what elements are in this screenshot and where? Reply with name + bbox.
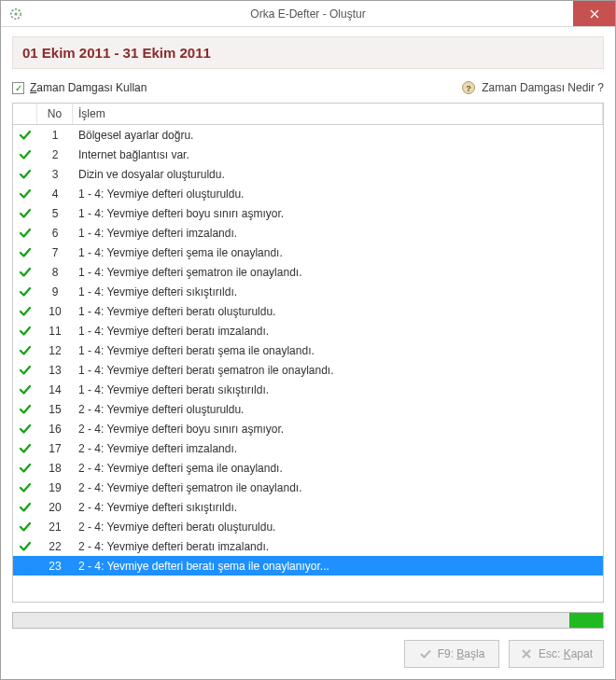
table-row[interactable]: 152 - 4: Yevmiye defteri oluşturuldu. bbox=[13, 399, 603, 419]
table-row[interactable]: 101 - 4: Yevmiye defteri beratı oluşturu… bbox=[13, 301, 603, 321]
table-row[interactable]: 172 - 4: Yevmiye defteri imzalandı. bbox=[13, 438, 603, 458]
row-status-icon bbox=[13, 305, 37, 318]
col-no[interactable]: No bbox=[37, 104, 73, 124]
checkmark-icon bbox=[19, 481, 32, 494]
window-title: Orka E-Defter - Oluştur bbox=[1, 7, 615, 21]
row-no: 23 bbox=[37, 560, 73, 573]
checkmark-icon bbox=[19, 266, 32, 279]
timestamp-help-link[interactable]: ? Zaman Damgası Nedir ? bbox=[461, 80, 604, 95]
row-op: 2 - 4: Yevmiye defteri şematron ile onay… bbox=[73, 481, 603, 494]
row-op: 1 - 4: Yevmiye defteri oluşturuldu. bbox=[73, 187, 603, 201]
table-row[interactable]: 91 - 4: Yevmiye defteri sıkıştırıldı. bbox=[13, 282, 603, 301]
close-button-footer[interactable]: Esc: Kapat bbox=[509, 640, 604, 668]
row-op: 1 - 4: Yevmiye defteri boyu sınırı aşmıy… bbox=[73, 207, 603, 220]
table-row[interactable]: 81 - 4: Yevmiye defteri şematron ile ona… bbox=[13, 262, 603, 282]
close-button[interactable] bbox=[573, 1, 615, 26]
x-icon bbox=[520, 647, 533, 660]
checkmark-icon bbox=[19, 227, 32, 240]
table-row[interactable]: 182 - 4: Yevmiye defteri şema ile onayla… bbox=[13, 458, 603, 478]
table-row[interactable]: 51 - 4: Yevmiye defteri boyu sınırı aşmı… bbox=[13, 203, 603, 223]
row-no: 17 bbox=[37, 442, 73, 455]
checkmark-icon bbox=[19, 442, 32, 455]
table-row[interactable]: 61 - 4: Yevmiye defteri imzalandı. bbox=[13, 223, 603, 243]
row-no: 16 bbox=[37, 423, 73, 436]
row-op: 1 - 4: Yevmiye defteri beratı sıkıştırıl… bbox=[73, 383, 603, 396]
row-no: 4 bbox=[37, 187, 73, 201]
row-op: Internet bağlantısı var. bbox=[73, 148, 603, 161]
row-status-icon bbox=[13, 560, 37, 573]
table-row[interactable]: 202 - 4: Yevmiye defteri sıkıştırıldı. bbox=[13, 497, 603, 517]
row-status-icon bbox=[13, 266, 37, 279]
row-status-icon bbox=[13, 344, 37, 357]
table-row[interactable]: 162 - 4: Yevmiye defteri boyu sınırı aşm… bbox=[13, 419, 603, 438]
table-row[interactable]: 2Internet bağlantısı var. bbox=[13, 145, 603, 164]
row-status-icon bbox=[13, 129, 37, 142]
row-no: 15 bbox=[37, 403, 73, 416]
row-op: 2 - 4: Yevmiye defteri imzalandı. bbox=[73, 442, 603, 455]
row-op: 1 - 4: Yevmiye defteri beratı şematron i… bbox=[73, 364, 603, 377]
row-op: 2 - 4: Yevmiye defteri oluşturuldu. bbox=[73, 403, 603, 416]
col-op[interactable]: İşlem bbox=[73, 104, 603, 124]
table-row[interactable]: 1Bölgesel ayarlar doğru. bbox=[13, 125, 603, 145]
table-row[interactable]: 111 - 4: Yevmiye defteri beratı imzaland… bbox=[13, 321, 603, 340]
content: 01 Ekim 2011 - 31 Ekim 2011 ✓ Zaman Damg… bbox=[1, 27, 615, 679]
row-op: 2 - 4: Yevmiye defteri beratı imzalandı. bbox=[73, 540, 603, 553]
start-button[interactable]: F9: Başla bbox=[404, 640, 499, 668]
table-row[interactable]: 3Dizin ve dosyalar oluşturuldu. bbox=[13, 164, 603, 184]
table-row[interactable]: 131 - 4: Yevmiye defteri beratı şematron… bbox=[13, 360, 603, 380]
row-op: 1 - 4: Yevmiye defteri şematron ile onay… bbox=[73, 266, 603, 279]
row-status-icon bbox=[13, 148, 37, 161]
table-row[interactable]: 41 - 4: Yevmiye defteri oluşturuldu. bbox=[13, 184, 603, 203]
table-row[interactable]: 121 - 4: Yevmiye defteri beratı şema ile… bbox=[13, 340, 603, 360]
row-op: 2 - 4: Yevmiye defteri beratı şema ile o… bbox=[73, 560, 603, 573]
timestamp-label[interactable]: Zaman Damgası Kullan bbox=[30, 81, 147, 94]
row-no: 19 bbox=[37, 481, 73, 494]
col-status[interactable] bbox=[13, 104, 37, 124]
checkmark-icon bbox=[19, 383, 32, 396]
close-icon bbox=[590, 9, 599, 19]
row-status-icon bbox=[13, 285, 37, 298]
row-no: 20 bbox=[37, 501, 73, 514]
table-row[interactable]: 141 - 4: Yevmiye defteri beratı sıkıştır… bbox=[13, 380, 603, 399]
row-op: 1 - 4: Yevmiye defteri beratı oluşturuld… bbox=[73, 305, 603, 318]
row-op: 2 - 4: Yevmiye defteri beratı oluşturuld… bbox=[73, 520, 603, 534]
row-status-icon bbox=[13, 246, 37, 259]
grid-body[interactable]: 1Bölgesel ayarlar doğru.2Internet bağlan… bbox=[13, 125, 603, 602]
row-status-icon bbox=[13, 207, 37, 220]
row-status-icon bbox=[13, 481, 37, 494]
row-op: 2 - 4: Yevmiye defteri sıkıştırıldı. bbox=[73, 501, 603, 514]
row-op: 2 - 4: Yevmiye defteri boyu sınırı aşmıy… bbox=[73, 423, 603, 436]
row-status-icon bbox=[13, 383, 37, 396]
row-no: 1 bbox=[37, 129, 73, 142]
row-no: 6 bbox=[37, 227, 73, 240]
options-row: ✓ Zaman Damgası Kullan ? Zaman Damgası N… bbox=[12, 80, 604, 95]
row-op: 1 - 4: Yevmiye defteri imzalandı. bbox=[73, 227, 603, 240]
svg-text:?: ? bbox=[467, 84, 472, 93]
row-status-icon bbox=[13, 423, 37, 436]
row-status-icon bbox=[13, 501, 37, 514]
checkmark-icon bbox=[19, 148, 32, 161]
row-status-icon bbox=[13, 520, 37, 534]
table-row[interactable]: 71 - 4: Yevmiye defteri şema ile onaylan… bbox=[13, 243, 603, 262]
row-status-icon bbox=[13, 187, 37, 201]
progress-fill bbox=[569, 613, 603, 628]
table-row[interactable]: 212 - 4: Yevmiye defteri beratı oluşturu… bbox=[13, 517, 603, 536]
row-no: 10 bbox=[37, 305, 73, 318]
checkmark-icon bbox=[19, 423, 32, 436]
table-row[interactable]: 192 - 4: Yevmiye defteri şematron ile on… bbox=[13, 478, 603, 497]
row-op: 1 - 4: Yevmiye defteri şema ile onayland… bbox=[73, 246, 603, 259]
checkmark-icon bbox=[19, 129, 32, 142]
checkmark-icon bbox=[19, 168, 32, 181]
row-status-icon bbox=[13, 364, 37, 377]
titlebar: Orka E-Defter - Oluştur bbox=[1, 1, 615, 27]
table-row[interactable]: 232 - 4: Yevmiye defteri beratı şema ile… bbox=[13, 556, 603, 576]
row-status-icon bbox=[13, 442, 37, 455]
row-no: 18 bbox=[37, 462, 73, 475]
timestamp-checkbox[interactable]: ✓ bbox=[12, 82, 24, 94]
checkmark-icon bbox=[19, 501, 32, 514]
checkmark-icon bbox=[19, 325, 32, 338]
table-row[interactable]: 222 - 4: Yevmiye defteri beratı imzaland… bbox=[13, 536, 603, 556]
row-status-icon bbox=[13, 168, 37, 181]
row-op: 1 - 4: Yevmiye defteri sıkıştırıldı. bbox=[73, 285, 603, 298]
row-no: 13 bbox=[37, 364, 73, 377]
